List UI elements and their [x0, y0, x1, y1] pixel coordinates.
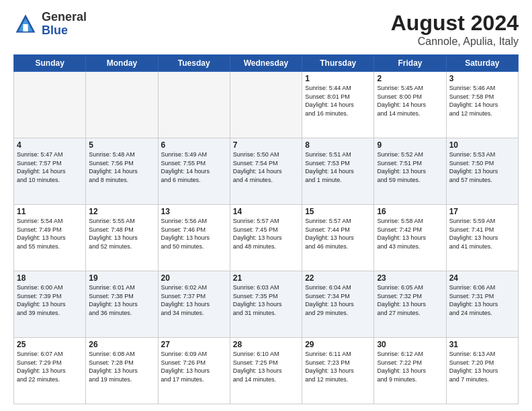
- logo: General Blue: [13, 11, 87, 38]
- weekday-header-row: Sunday Monday Tuesday Wednesday Thursday…: [14, 55, 519, 72]
- table-row: 9Sunrise: 5:52 AM Sunset: 7:51 PM Daylig…: [374, 138, 446, 205]
- day-info: Sunrise: 5:55 AM Sunset: 7:48 PM Dayligh…: [89, 217, 154, 250]
- day-info: Sunrise: 6:11 AM Sunset: 7:23 PM Dayligh…: [305, 350, 371, 383]
- calendar-body: 1Sunrise: 5:44 AM Sunset: 8:01 PM Daylig…: [14, 72, 519, 404]
- day-number: 26: [89, 340, 154, 349]
- day-info: Sunrise: 6:08 AM Sunset: 7:28 PM Dayligh…: [89, 350, 154, 383]
- table-row: 10Sunrise: 5:53 AM Sunset: 7:50 PM Dayli…: [446, 138, 518, 205]
- day-info: Sunrise: 5:58 AM Sunset: 7:42 PM Dayligh…: [377, 217, 443, 250]
- day-number: 15: [305, 207, 371, 216]
- table-row: 26Sunrise: 6:08 AM Sunset: 7:28 PM Dayli…: [86, 338, 158, 404]
- calendar-week-row: 18Sunrise: 6:00 AM Sunset: 7:39 PM Dayli…: [14, 271, 519, 338]
- day-number: 14: [233, 207, 299, 216]
- day-number: 11: [17, 207, 83, 216]
- day-number: 29: [305, 340, 371, 349]
- table-row: 17Sunrise: 5:59 AM Sunset: 7:41 PM Dayli…: [446, 205, 518, 271]
- day-number: 22: [305, 273, 371, 283]
- day-info: Sunrise: 6:00 AM Sunset: 7:39 PM Dayligh…: [17, 283, 83, 317]
- header-sunday: Sunday: [14, 55, 86, 72]
- day-number: 10: [449, 140, 515, 150]
- logo-icon: [13, 12, 38, 36]
- day-number: 24: [449, 273, 515, 283]
- table-row: 24Sunrise: 6:06 AM Sunset: 7:31 PM Dayli…: [446, 271, 518, 338]
- day-number: 13: [161, 207, 227, 216]
- day-number: 2: [377, 74, 443, 83]
- day-number: 5: [89, 140, 154, 150]
- table-row: 7Sunrise: 5:50 AM Sunset: 7:54 PM Daylig…: [230, 138, 302, 205]
- table-row: 27Sunrise: 6:09 AM Sunset: 7:26 PM Dayli…: [158, 338, 230, 404]
- svg-rect-2: [23, 24, 28, 32]
- table-row: 4Sunrise: 5:47 AM Sunset: 7:57 PM Daylig…: [14, 138, 86, 205]
- day-number: 30: [377, 340, 443, 349]
- day-number: 1: [305, 74, 371, 83]
- day-info: Sunrise: 5:56 AM Sunset: 7:46 PM Dayligh…: [161, 217, 227, 250]
- table-row: 8Sunrise: 5:51 AM Sunset: 7:53 PM Daylig…: [302, 138, 374, 205]
- table-row: 15Sunrise: 5:57 AM Sunset: 7:44 PM Dayli…: [302, 205, 374, 271]
- day-info: Sunrise: 6:06 AM Sunset: 7:31 PM Dayligh…: [449, 283, 515, 317]
- header-monday: Monday: [86, 55, 158, 72]
- day-number: 31: [449, 340, 515, 349]
- day-number: 28: [233, 340, 299, 349]
- table-row: 18Sunrise: 6:00 AM Sunset: 7:39 PM Dayli…: [14, 271, 86, 338]
- table-row: 19Sunrise: 6:01 AM Sunset: 7:38 PM Dayli…: [86, 271, 158, 338]
- day-number: 18: [17, 273, 83, 283]
- table-row: 12Sunrise: 5:55 AM Sunset: 7:48 PM Dayli…: [86, 205, 158, 271]
- table-row: 29Sunrise: 6:11 AM Sunset: 7:23 PM Dayli…: [302, 338, 374, 404]
- day-info: Sunrise: 6:09 AM Sunset: 7:26 PM Dayligh…: [161, 350, 227, 383]
- calendar-week-row: 11Sunrise: 5:54 AM Sunset: 7:49 PM Dayli…: [14, 205, 519, 271]
- table-row: 28Sunrise: 6:10 AM Sunset: 7:25 PM Dayli…: [230, 338, 302, 404]
- table-row: [14, 72, 86, 138]
- calendar-week-row: 1Sunrise: 5:44 AM Sunset: 8:01 PM Daylig…: [14, 72, 519, 138]
- day-number: 6: [161, 140, 227, 150]
- header: General Blue August 2024 Cannole, Apulia…: [13, 11, 519, 48]
- calendar-header: Sunday Monday Tuesday Wednesday Thursday…: [14, 55, 519, 72]
- table-row: 6Sunrise: 5:49 AM Sunset: 7:55 PM Daylig…: [158, 138, 230, 205]
- day-info: Sunrise: 5:44 AM Sunset: 8:01 PM Dayligh…: [305, 84, 371, 118]
- day-info: Sunrise: 5:45 AM Sunset: 8:00 PM Dayligh…: [377, 84, 443, 118]
- table-row: 25Sunrise: 6:07 AM Sunset: 7:29 PM Dayli…: [14, 338, 86, 404]
- day-info: Sunrise: 6:10 AM Sunset: 7:25 PM Dayligh…: [233, 350, 299, 383]
- day-number: 21: [233, 273, 299, 283]
- table-row: 1Sunrise: 5:44 AM Sunset: 8:01 PM Daylig…: [302, 72, 374, 138]
- header-wednesday: Wednesday: [230, 55, 302, 72]
- day-info: Sunrise: 5:50 AM Sunset: 7:54 PM Dayligh…: [233, 150, 299, 184]
- title-block: August 2024 Cannole, Apulia, Italy: [391, 11, 519, 48]
- day-info: Sunrise: 5:47 AM Sunset: 7:57 PM Dayligh…: [17, 150, 83, 184]
- day-info: Sunrise: 6:02 AM Sunset: 7:37 PM Dayligh…: [161, 283, 227, 317]
- table-row: [230, 72, 302, 138]
- day-number: 27: [161, 340, 227, 349]
- day-number: 16: [377, 207, 443, 216]
- day-number: 25: [17, 340, 83, 349]
- page-subtitle: Cannole, Apulia, Italy: [391, 36, 519, 48]
- table-row: 2Sunrise: 5:45 AM Sunset: 8:00 PM Daylig…: [374, 72, 446, 138]
- table-row: 31Sunrise: 6:13 AM Sunset: 7:20 PM Dayli…: [446, 338, 518, 404]
- day-number: 7: [233, 140, 299, 150]
- table-row: [158, 72, 230, 138]
- day-info: Sunrise: 5:46 AM Sunset: 7:58 PM Dayligh…: [449, 84, 515, 118]
- day-info: Sunrise: 5:57 AM Sunset: 7:45 PM Dayligh…: [233, 217, 299, 250]
- day-number: 9: [377, 140, 443, 150]
- calendar-table: Sunday Monday Tuesday Wednesday Thursday…: [13, 54, 519, 404]
- page-title: August 2024: [391, 11, 519, 36]
- day-info: Sunrise: 5:54 AM Sunset: 7:49 PM Dayligh…: [17, 217, 83, 250]
- day-number: 8: [305, 140, 371, 150]
- day-number: 19: [89, 273, 154, 283]
- logo-text: General Blue: [42, 11, 87, 38]
- table-row: 13Sunrise: 5:56 AM Sunset: 7:46 PM Dayli…: [158, 205, 230, 271]
- day-info: Sunrise: 5:57 AM Sunset: 7:44 PM Dayligh…: [305, 217, 371, 250]
- table-row: 14Sunrise: 5:57 AM Sunset: 7:45 PM Dayli…: [230, 205, 302, 271]
- header-friday: Friday: [374, 55, 446, 72]
- day-number: 23: [377, 273, 443, 283]
- day-info: Sunrise: 5:59 AM Sunset: 7:41 PM Dayligh…: [449, 217, 515, 250]
- day-info: Sunrise: 6:04 AM Sunset: 7:34 PM Dayligh…: [305, 283, 371, 317]
- header-tuesday: Tuesday: [158, 55, 230, 72]
- day-number: 4: [17, 140, 83, 150]
- day-number: 12: [89, 207, 154, 216]
- table-row: [86, 72, 158, 138]
- table-row: 23Sunrise: 6:05 AM Sunset: 7:32 PM Dayli…: [374, 271, 446, 338]
- table-row: 11Sunrise: 5:54 AM Sunset: 7:49 PM Dayli…: [14, 205, 86, 271]
- day-info: Sunrise: 6:05 AM Sunset: 7:32 PM Dayligh…: [377, 283, 443, 317]
- day-info: Sunrise: 5:49 AM Sunset: 7:55 PM Dayligh…: [161, 150, 227, 184]
- day-number: 20: [161, 273, 227, 283]
- table-row: 30Sunrise: 6:12 AM Sunset: 7:22 PM Dayli…: [374, 338, 446, 404]
